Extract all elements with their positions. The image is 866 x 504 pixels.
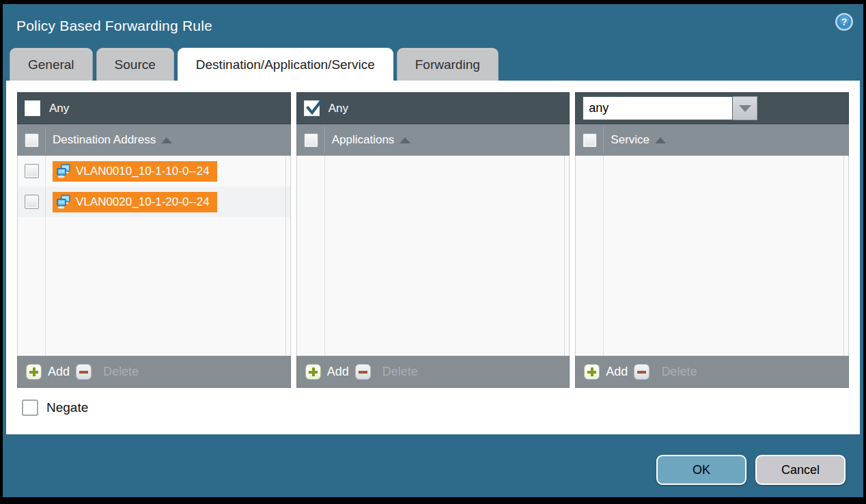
plus-icon[interactable] [584, 364, 600, 380]
destination-add-button[interactable]: Add [48, 365, 70, 379]
applications-any-label: Any [329, 102, 348, 115]
tab-destination-application-service[interactable]: Destination/Application/Service [178, 48, 393, 81]
columns-container: Any Destination Address [17, 92, 849, 388]
destination-header-label: Destination Address [53, 133, 156, 147]
sort-ascending-icon [400, 137, 410, 143]
address-object-name: VLAN0020_10-1-20-0--24 [76, 195, 210, 209]
minus-icon[interactable] [76, 364, 92, 380]
ok-button[interactable]: OK [656, 455, 746, 485]
list-item[interactable]: VLAN0020_10-1-20-0--24 [18, 186, 290, 217]
applications-delete-button[interactable]: Delete [382, 365, 418, 379]
service-dropdown-button[interactable] [733, 96, 757, 120]
destination-column-header[interactable]: Destination Address [17, 124, 291, 156]
service-list [575, 156, 849, 356]
destination-any-bar: Any [17, 92, 291, 124]
sort-ascending-icon [655, 137, 666, 143]
list-item[interactable]: VLAN0010_10-1-10-0--24 [18, 156, 290, 186]
service-column-header[interactable]: Service [575, 124, 849, 156]
service-toolbar: Add Delete [575, 356, 849, 388]
service-dropdown[interactable]: any [583, 96, 757, 120]
cancel-button[interactable]: Cancel [755, 455, 846, 485]
help-icon[interactable]: ? [835, 12, 854, 31]
applications-toolbar: Add Delete [296, 356, 570, 388]
plus-icon[interactable] [26, 364, 42, 380]
destination-address-column: Any Destination Address [17, 92, 291, 388]
row-checkbox[interactable] [25, 195, 39, 209]
network-computers-icon [56, 163, 72, 179]
destination-toolbar: Add Delete [17, 356, 291, 388]
dialog-action-bar: OK Cancel [656, 455, 846, 485]
applications-list [296, 156, 570, 356]
checkmark-icon [305, 99, 324, 117]
applications-column-header[interactable]: Applications [296, 124, 570, 156]
service-header-label: Service [611, 133, 650, 147]
network-computers-icon [56, 194, 72, 210]
service-delete-button[interactable]: Delete [661, 365, 697, 379]
svg-text:?: ? [841, 16, 848, 27]
destination-delete-button[interactable]: Delete [103, 365, 139, 379]
destination-any-label: Any [49, 102, 69, 115]
minus-icon[interactable] [355, 364, 371, 380]
tab-bar: General Source Destination/Application/S… [3, 48, 863, 81]
service-dropdown-value[interactable]: any [583, 96, 733, 120]
tab-source[interactable]: Source [96, 48, 174, 81]
applications-select-all-checkbox[interactable] [304, 133, 318, 148]
destination-address-list: VLAN0010_10-1-10-0--24 [17, 156, 291, 356]
applications-any-checkbox[interactable] [304, 100, 320, 116]
plus-icon[interactable] [305, 364, 321, 380]
address-object-chip[interactable]: VLAN0010_10-1-10-0--24 [53, 161, 217, 182]
service-select-all-checkbox[interactable] [583, 133, 597, 148]
applications-any-bar: Any [296, 92, 570, 124]
negate-label: Negate [46, 400, 88, 415]
service-add-button[interactable]: Add [606, 365, 628, 379]
tab-content-panel: Any Destination Address [6, 81, 860, 434]
service-column: any Service Add Delete [575, 92, 849, 388]
applications-column: Any Applications Add Delete [296, 92, 570, 388]
sort-ascending-icon [161, 137, 172, 143]
dialog-title: Policy Based Forwarding Rule [16, 18, 212, 34]
address-object-name: VLAN0010_10-1-10-0--24 [76, 165, 210, 178]
tab-forwarding[interactable]: Forwarding [397, 48, 499, 81]
tab-general[interactable]: General [10, 48, 93, 81]
negate-row: Negate [17, 400, 849, 416]
chevron-down-icon [739, 105, 751, 112]
minus-icon[interactable] [634, 364, 650, 380]
row-checkbox[interactable] [25, 164, 39, 178]
applications-add-button[interactable]: Add [327, 365, 349, 379]
negate-checkbox[interactable] [22, 400, 38, 416]
dialog-titlebar: Policy Based Forwarding Rule ? [3, 4, 863, 48]
address-object-chip[interactable]: VLAN0020_10-1-20-0--24 [53, 192, 217, 212]
applications-header-label: Applications [332, 133, 395, 147]
destination-any-checkbox[interactable] [25, 100, 40, 116]
destination-select-all-checkbox[interactable] [25, 133, 39, 148]
policy-forwarding-dialog: Policy Based Forwarding Rule ? General S… [0, 0, 866, 504]
service-any-bar: any [575, 92, 849, 124]
